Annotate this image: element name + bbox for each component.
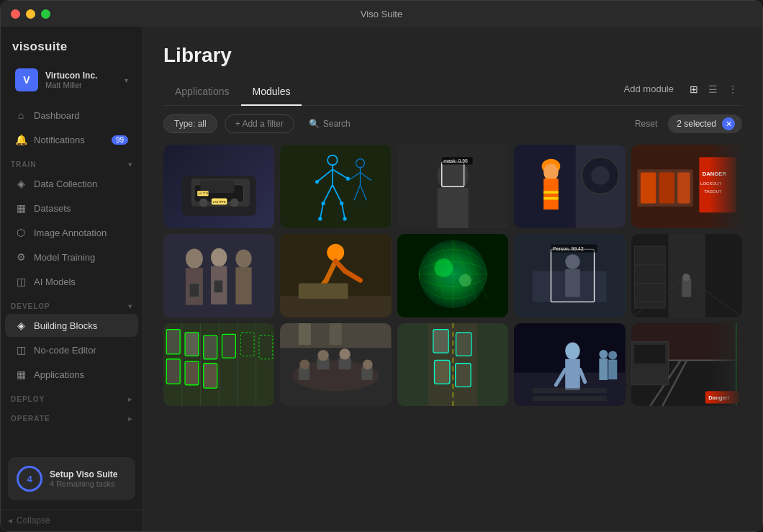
image-parking-detection: [163, 323, 274, 407]
sidebar-item-label: Data Collection: [34, 179, 97, 189]
selected-count: 2 selected: [677, 119, 716, 129]
svg-point-131: [318, 349, 329, 360]
search-button[interactable]: 🔍 Search: [302, 115, 358, 132]
section-toggle-operate[interactable]: ▸: [128, 415, 132, 423]
grid-item-5[interactable]: DANGER LOCKOUT TAGOUT: [631, 145, 742, 228]
sidebar-item-building-blocks[interactable]: ◈ Building Blocks: [5, 314, 138, 337]
list-view-button[interactable]: ☰: [704, 81, 722, 98]
sidebar-item-label: Datasets: [34, 203, 71, 214]
sidebar-item-model-training[interactable]: ⚙ Model Training: [5, 245, 138, 269]
svg-rect-143: [456, 332, 471, 356]
user-name: Virtucon Inc.: [45, 71, 117, 81]
grid-view-button[interactable]: ⊞: [685, 81, 703, 98]
image-rail-safety: Danger!: [631, 323, 742, 407]
tab-actions: Add module ⊞ ☰ ⋮: [618, 81, 742, 104]
svg-point-23: [319, 217, 322, 220]
add-filter-button[interactable]: + Add a filter: [225, 114, 294, 133]
sidebar-item-applications[interactable]: ▦ Applications: [5, 363, 138, 386]
svg-rect-117: [204, 335, 217, 359]
clear-selection-button[interactable]: ✕: [722, 117, 735, 130]
svg-point-132: [340, 348, 351, 359]
image-ppe-detection: [514, 145, 625, 228]
sidebar-item-image-annotation[interactable]: ⬡ Image Annotation: [5, 221, 138, 244]
svg-rect-45: [543, 197, 559, 199]
add-module-button[interactable]: Add module: [618, 81, 680, 97]
grid-item-12[interactable]: [280, 323, 391, 407]
sidebar-item-label: Notifications: [34, 135, 85, 145]
svg-rect-63: [214, 280, 222, 292]
notification-badge: 99: [112, 135, 128, 145]
grid-item-9[interactable]: Person, 99.42: [514, 234, 625, 317]
section-toggle-train[interactable]: ▾: [128, 161, 132, 168]
grid-item-6[interactable]: [163, 234, 274, 317]
sidebar-item-notifications[interactable]: 🔔 Notifications 99: [5, 128, 138, 151]
grid-item-1[interactable]: LX17PYD LX17TTB: [163, 145, 274, 228]
svg-rect-145: [434, 360, 449, 384]
svg-text:mask: 0.98: mask: 0.98: [443, 158, 468, 163]
svg-text:Danger!: Danger!: [708, 395, 729, 401]
page-header: Library Applications Modules Add module …: [143, 27, 762, 106]
training-icon: ⚙: [15, 251, 27, 263]
svg-text:LX17TTB: LX17TTB: [198, 192, 208, 195]
setup-title: Setup Viso Suite: [50, 469, 127, 479]
setup-card[interactable]: 4 Setup Viso Suite 4 Remaining tasks: [8, 457, 135, 500]
svg-rect-113: [166, 359, 180, 383]
image-face-mask: mask: 0.98: [397, 145, 508, 228]
minimize-button[interactable]: [26, 9, 35, 19]
sidebar-item-datasets[interactable]: ▦ Datasets: [5, 197, 138, 220]
grid-container: LX17PYD LX17TTB: [143, 142, 762, 531]
grid-item-13[interactable]: [397, 323, 508, 407]
svg-text:TAGOUT: TAGOUT: [704, 189, 722, 194]
svg-rect-100: [682, 279, 691, 297]
sidebar-item-label: AI Models: [34, 276, 76, 287]
grid-item-8[interactable]: [397, 234, 508, 317]
user-menu[interactable]: V Virtucon Inc. Matt Miller ▾: [5, 63, 138, 97]
grid-item-4[interactable]: [514, 145, 625, 228]
svg-rect-43: [543, 179, 559, 209]
sidebar-item-no-code-editor[interactable]: ◫ No-code Editor: [5, 338, 138, 361]
grid-item-2[interactable]: [280, 145, 391, 228]
avatar: V: [15, 68, 38, 91]
svg-point-4: [199, 199, 208, 207]
svg-point-60: [235, 249, 251, 268]
svg-point-58: [211, 248, 227, 267]
image-lockout-tagout: DANGER LOCKOUT TAGOUT: [631, 145, 742, 228]
reset-button[interactable]: Reset: [631, 115, 661, 132]
image-thermal-map: [397, 234, 508, 317]
setup-info: Setup Viso Suite 4 Remaining tasks: [50, 469, 127, 488]
models-icon: ◫: [15, 276, 27, 287]
grid-item-15[interactable]: Danger!: [631, 323, 742, 407]
svg-rect-161: [533, 388, 607, 393]
svg-point-19: [315, 180, 319, 184]
sidebar-item-ai-models[interactable]: ◫ AI Models: [5, 270, 138, 293]
svg-rect-33: [438, 188, 469, 228]
section-toggle-deploy[interactable]: ▸: [128, 395, 132, 403]
section-toggle-develop[interactable]: ▾: [128, 302, 132, 310]
sidebar-item-dashboard[interactable]: ⌂ Dashboard: [5, 104, 138, 127]
tab-applications[interactable]: Applications: [163, 78, 241, 106]
svg-rect-61: [235, 267, 251, 304]
svg-rect-162: [533, 396, 607, 401]
more-options-button[interactable]: ⋮: [723, 81, 742, 98]
grid-item-10[interactable]: [631, 234, 742, 317]
svg-point-56: [186, 248, 203, 268]
svg-rect-96: [634, 246, 665, 308]
svg-point-133: [300, 359, 310, 369]
grid-item-14[interactable]: [514, 323, 625, 407]
type-filter[interactable]: Type: all: [163, 114, 217, 133]
sidebar-item-data-collection[interactable]: ◈ Data Collection: [5, 172, 138, 195]
grid-item-3[interactable]: mask: 0.98: [397, 145, 508, 228]
close-button[interactable]: [11, 9, 20, 19]
sidebar-collapse-bar[interactable]: ◂ Collapse: [1, 509, 143, 531]
maximize-button[interactable]: [41, 9, 50, 19]
tab-modules[interactable]: Modules: [241, 78, 302, 106]
svg-rect-171: [705, 391, 739, 403]
section-train: TRAIN ▾: [1, 152, 143, 171]
sidebar-footer: 4 Setup Viso Suite 4 Remaining tasks: [1, 450, 143, 509]
home-icon: ⌂: [15, 109, 27, 121]
grid-item-11[interactable]: [163, 323, 274, 407]
chevron-down-icon: ▾: [125, 76, 128, 84]
svg-text:DANGER: DANGER: [702, 171, 726, 177]
image-people-group: [163, 234, 274, 317]
grid-item-7[interactable]: [280, 234, 391, 317]
